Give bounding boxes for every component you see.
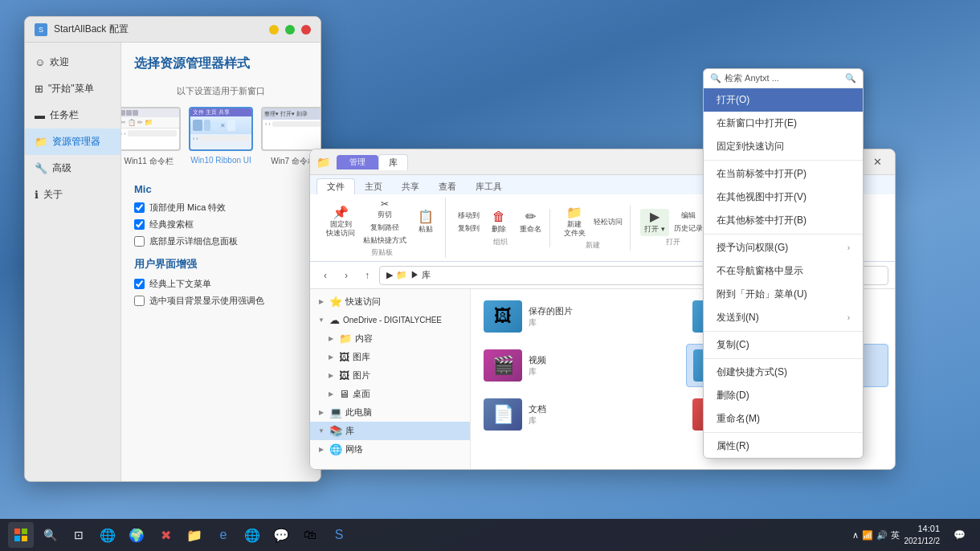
sidebar-item-explorer[interactable]: 📁 资源管理器 [25, 129, 120, 155]
ribbon-tab-libtools[interactable]: 库工具 [466, 179, 512, 194]
delete-button[interactable]: 🗑 删除 [484, 209, 513, 236]
network-expand: ▶ [316, 445, 326, 455]
style-win11[interactable]: ✂ 📋 ✏ 📁 ‹› Win11 命令栏 [121, 107, 181, 167]
sidebar-label-advanced: 高级 [52, 161, 71, 175]
nav-item-content[interactable]: ▶ 📁 内容 [310, 329, 470, 348]
ctx-item-open-tab[interactable]: 在当前标签中打开(P) [704, 162, 863, 186]
checkbox-search-input[interactable] [134, 219, 145, 230]
ctx-item-delete[interactable]: 删除(D) [704, 384, 863, 407]
ribbon-tab-view[interactable]: 查看 [429, 179, 466, 194]
edge-button[interactable]: 🌐 [95, 522, 120, 548]
browser-button[interactable]: e [210, 522, 236, 548]
list-item[interactable]: 📄 文档 库 [477, 394, 680, 435]
copy-to-button[interactable]: 复制到 [455, 222, 482, 235]
new-folder-button[interactable]: 📁 新建文件夹 [560, 205, 589, 239]
wifi-icon[interactable]: 📶 [862, 530, 873, 541]
app2-button[interactable]: S [326, 522, 352, 548]
content-expand: ▶ [326, 334, 336, 344]
app1-button[interactable]: ✖ [153, 522, 178, 548]
systray-expand-icon[interactable]: ∧ [852, 530, 859, 541]
ctx-item-create-shortcut[interactable]: 创建快捷方式(S) [704, 361, 863, 384]
sidebar-label-startmenu: "开始"菜单 [48, 82, 94, 96]
ctx-item-pin-start[interactable]: 附到「开始」菜单(U) [704, 283, 863, 306]
sidebar-item-about[interactable]: ℹ 关于 [25, 182, 120, 208]
taskview-button[interactable]: ⊡ [66, 522, 92, 548]
explorer-taskbar-button[interactable]: 📁 [182, 522, 207, 548]
up-button[interactable]: ↑ [358, 267, 376, 284]
paste-shortcut-button[interactable]: 粘贴快捷方式 [361, 235, 409, 247]
copy-path-button[interactable]: 复制路径 [361, 222, 409, 234]
taskbar-time-block[interactable]: 14:01 2021/12/2 [904, 523, 941, 546]
ctx-item-open-monitor[interactable]: 在其他视图中打开(V) [704, 186, 863, 209]
chrome-button[interactable]: 🌐 [239, 522, 265, 548]
sidebar-item-advanced[interactable]: 🔧 高级 [25, 155, 120, 182]
sidebar-item-taskbar[interactable]: ▬ 任务栏 [25, 102, 120, 129]
lang-label[interactable]: 英 [891, 529, 900, 541]
ctx-access-arrow: › [847, 243, 850, 252]
maximize-button[interactable] [285, 25, 295, 35]
open-button[interactable]: ▶ 打开 ▾ [640, 209, 669, 236]
ribbon-tab-library[interactable]: 库 [378, 154, 408, 170]
list-item[interactable]: 🎬 视频 库 [477, 344, 680, 387]
ribbon-tab-share[interactable]: 共享 [392, 179, 429, 194]
videos-icon: 🎬 [484, 349, 522, 382]
edit-button[interactable]: 编辑 [672, 210, 705, 222]
minimize-button[interactable] [269, 25, 279, 35]
wechat-button[interactable]: 💬 [268, 522, 294, 548]
nav-item-network[interactable]: ▶ 🌐 网络 [310, 440, 470, 459]
delete-label: 删除 [492, 224, 506, 235]
ribbon-grouptab-manage[interactable]: 管理 [337, 155, 378, 169]
store-button[interactable]: 🛍 [297, 522, 323, 548]
checkbox-mica-input[interactable] [134, 202, 145, 213]
ctx-item-copy[interactable]: 复制(C) [704, 333, 863, 357]
sidebar-item-welcome[interactable]: ☺ 欢迎 [25, 49, 120, 76]
rename-button[interactable]: ✏ 重命名 [516, 209, 545, 236]
ribbon-tab-home[interactable]: 主页 [355, 179, 392, 194]
checkbox-mica: 顶部使用 Mica 特效 [134, 202, 308, 214]
ctx-item-rename[interactable]: 重命名(M) [704, 407, 863, 431]
nav-item-pictures[interactable]: ▶ 🖼 图片 [310, 366, 470, 385]
forward-button[interactable]: › [337, 267, 355, 284]
volume-icon[interactable]: 🔊 [876, 530, 888, 541]
ctx-item-access[interactable]: 授予访问权限(G) › [704, 236, 863, 259]
explorer-close-button[interactable]: ✕ [866, 153, 888, 172]
list-item[interactable]: 🖼 保存的图片 库 [477, 296, 680, 337]
quickaccess-text: 快速访问 [345, 296, 381, 308]
easy-access-button[interactable]: 轻松访问 [591, 216, 625, 228]
ctx-send-to-arrow: › [847, 313, 850, 322]
nav-item-quickaccess[interactable]: ▶ ⭐ 快速访问 [310, 292, 470, 311]
ctx-item-open[interactable]: 打开(O) [704, 88, 863, 112]
pictures-text: 图片 [353, 369, 370, 382]
cut-button[interactable]: ✂ 剪切 [361, 198, 409, 221]
close-button[interactable] [301, 25, 311, 35]
ctx-item-not-show[interactable]: 不在导航窗格中显示 [704, 259, 863, 283]
checkbox-details-input[interactable] [134, 236, 145, 247]
paste-button[interactable]: 📋 粘贴 [411, 209, 440, 236]
ctx-item-open-new-win[interactable]: 在新窗口中打开(E) [704, 112, 863, 135]
sidebar-label-about: 关于 [43, 188, 63, 202]
ribbon-tab-file[interactable]: 文件 [316, 178, 355, 194]
nav-item-gallery[interactable]: ▶ 🖼 图库 [310, 348, 470, 366]
ie-button[interactable]: 🌍 [124, 522, 149, 548]
move-to-button[interactable]: 移动到 [455, 210, 482, 222]
nav-item-desktop[interactable]: ▶ 🖥 桌面 [310, 385, 470, 403]
docs-info: 文档 库 [529, 403, 546, 427]
back-button[interactable]: ‹ [316, 267, 334, 284]
ctx-item-open-new-tab[interactable]: 在其他标签中打开(B) [704, 209, 863, 232]
sidebar-item-startmenu[interactable]: ⊞ "开始"菜单 [25, 76, 120, 102]
search-taskbar-button[interactable]: 🔍 [37, 522, 63, 548]
nav-item-onedrive[interactable]: ▼ ☁ OneDrive - DIGITALYCHEE [310, 311, 470, 329]
nav-item-thispc[interactable]: ▶ 💻 此电脑 [310, 403, 470, 422]
show-desktop-button[interactable]: 💬 [946, 522, 972, 548]
ctx-item-send-to[interactable]: 发送到(N) › [704, 306, 863, 329]
pin-quickaccess-button[interactable]: 📌 固定到快速访问 [323, 205, 358, 239]
ctx-item-properties[interactable]: 属性(R) [704, 435, 863, 458]
history-button[interactable]: 历史记录 [672, 222, 705, 235]
start-button[interactable] [8, 522, 34, 548]
ctx-item-pin-quick[interactable]: 固定到快速访问 [704, 135, 863, 158]
nav-item-library[interactable]: ▼ 📚 库 [310, 422, 470, 440]
address-path[interactable]: ▶ 📁 ▶ 库 ∨ [379, 266, 741, 285]
checkbox-selection-color-input[interactable] [134, 296, 145, 306]
style-win10[interactable]: 文件 主页 共享 ✕ ‹› [189, 107, 253, 167]
checkbox-classic-menu-input[interactable] [134, 279, 145, 289]
